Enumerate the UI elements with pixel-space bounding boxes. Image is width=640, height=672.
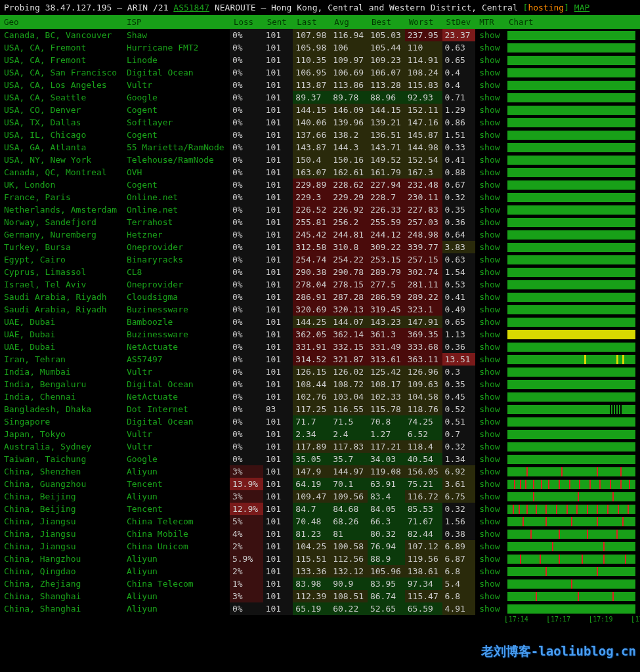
cell-loss: 2% <box>230 565 263 578</box>
cell-best: 309.22 <box>368 241 405 253</box>
cell-best: 144.15 <box>368 104 405 116</box>
cell-stdev: 0.86 <box>442 116 476 129</box>
loss-spike <box>578 492 579 501</box>
cell-worst: 97.34 <box>405 578 442 590</box>
cell-last: 84.7 <box>293 503 330 515</box>
loss-spike <box>545 505 547 514</box>
chart-cell <box>505 154 640 166</box>
mtr-show-link[interactable]: show <box>475 141 505 154</box>
loss-spike <box>569 480 570 489</box>
chart-cell <box>505 602 640 615</box>
cell-loss: 0% <box>230 203 263 216</box>
mtr-show-link[interactable]: show <box>475 602 505 615</box>
mtr-show-link[interactable]: show <box>475 253 505 266</box>
cell-isp: Online.net <box>123 191 230 203</box>
mtr-show-link[interactable]: show <box>475 54 505 66</box>
mtr-show-link[interactable]: show <box>475 590 505 602</box>
mtr-show-link[interactable]: show <box>475 515 505 528</box>
table-row: USA, CO, DenverCogent0%101144.15146.0914… <box>0 104 640 116</box>
latency-chart <box>507 93 635 102</box>
mtr-show-link[interactable]: show <box>475 341 505 353</box>
latency-chart <box>507 542 635 551</box>
loss-spike <box>620 480 622 489</box>
mtr-show-link[interactable]: show <box>475 216 505 228</box>
mtr-show-link[interactable]: show <box>475 191 505 203</box>
cell-stdev: 0.3 <box>442 366 476 378</box>
mtr-show-link[interactable]: show <box>475 203 505 216</box>
mtr-show-link[interactable]: show <box>475 528 505 540</box>
cell-sent: 101 <box>263 29 293 41</box>
mtr-show-link[interactable]: show <box>475 553 505 565</box>
mtr-show-link[interactable]: show <box>475 403 505 415</box>
cell-stdev: 0.51 <box>442 415 476 428</box>
mtr-show-link[interactable]: show <box>475 79 505 91</box>
mtr-show-link[interactable]: show <box>475 228 505 241</box>
mtr-show-link[interactable]: show <box>475 428 505 440</box>
mtr-show-link[interactable]: show <box>475 66 505 79</box>
mtr-show-link[interactable]: show <box>475 241 505 253</box>
table-row: France, ParisOnline.net0%101229.3229.292… <box>0 191 640 203</box>
mtr-show-link[interactable]: show <box>475 490 505 503</box>
cell-geo: Germany, Nuremberg <box>0 228 123 241</box>
cell-sent: 101 <box>263 303 293 316</box>
table-row: Japan, TokyoVultr0%1012.342.41.276.520.7… <box>0 428 640 440</box>
chart-cell <box>505 316 640 328</box>
mtr-show-link[interactable]: show <box>475 116 505 129</box>
mtr-show-link[interactable]: show <box>475 291 505 303</box>
mtr-show-link[interactable]: show <box>475 266 505 278</box>
chart-time-axis: 17:1417:1717:1917:21 <box>504 615 635 627</box>
cell-avg: 2.4 <box>330 428 368 440</box>
mtr-show-link[interactable]: show <box>475 129 505 141</box>
mtr-show-link[interactable]: show <box>475 29 505 41</box>
mtr-show-link[interactable]: show <box>475 390 505 403</box>
mtr-show-link[interactable]: show <box>475 91 505 104</box>
cell-geo: Turkey, Bursa <box>0 241 123 253</box>
table-body: Canada, BC, VancouverShaw0%101107.98116.… <box>0 29 640 615</box>
cell-geo: USA, CA, Fremont <box>0 41 123 54</box>
mtr-show-link[interactable]: show <box>475 440 505 453</box>
mtr-show-link[interactable]: show <box>475 478 505 490</box>
mtr-show-link[interactable]: show <box>475 154 505 166</box>
chart-cell <box>505 540 640 553</box>
mtr-show-link[interactable]: show <box>475 104 505 116</box>
mtr-show-link[interactable]: show <box>475 453 505 465</box>
mtr-show-link[interactable]: show <box>475 178 505 191</box>
mtr-show-link[interactable]: show <box>475 166 505 178</box>
table-row: China, BeijingTencent12.9%10184.784.6884… <box>0 503 640 515</box>
cell-avg: 70.1 <box>330 478 368 490</box>
mtr-show-link[interactable]: show <box>475 353 505 366</box>
cell-loss: 0% <box>230 253 263 266</box>
probe-asn-link[interactable]: AS51847 <box>173 3 209 12</box>
mtr-show-link[interactable]: show <box>475 565 505 578</box>
chart-cell <box>505 440 640 453</box>
loss-spike <box>620 467 622 476</box>
mtr-show-link[interactable]: show <box>475 540 505 553</box>
map-link[interactable]: MAP <box>574 3 589 12</box>
mtr-show-link[interactable]: show <box>475 465 505 478</box>
mtr-show-link[interactable]: show <box>475 578 505 590</box>
mtr-show-link[interactable]: show <box>475 366 505 378</box>
mtr-show-link[interactable]: show <box>475 278 505 291</box>
cell-loss: 0% <box>230 129 263 141</box>
cell-avg: 108.72 <box>330 378 368 390</box>
mtr-show-link[interactable]: show <box>475 415 505 428</box>
chart-cell <box>505 328 640 341</box>
loss-spike <box>556 505 557 514</box>
mtr-show-link[interactable]: show <box>475 503 505 515</box>
cell-geo: Saudi Arabia, Riyadh <box>0 291 123 303</box>
cell-stdev: 1.56 <box>442 515 476 528</box>
mtr-show-link[interactable]: show <box>475 378 505 390</box>
cell-sent: 101 <box>263 66 293 79</box>
mtr-show-link[interactable]: show <box>475 328 505 341</box>
cell-loss: 0% <box>230 366 263 378</box>
table-row: Netherlands, AmsterdamOnline.net0%101226… <box>0 203 640 216</box>
cell-stdev: 0.35 <box>442 378 476 390</box>
mtr-show-link[interactable]: show <box>475 41 505 54</box>
cell-last: 117.89 <box>293 440 330 453</box>
cell-geo: India, Mumbai <box>0 366 123 378</box>
cell-last: 229.3 <box>293 191 330 203</box>
cell-avg: 332.15 <box>330 341 368 353</box>
loss-spike <box>589 480 591 489</box>
mtr-show-link[interactable]: show <box>475 316 505 328</box>
mtr-show-link[interactable]: show <box>475 303 505 316</box>
